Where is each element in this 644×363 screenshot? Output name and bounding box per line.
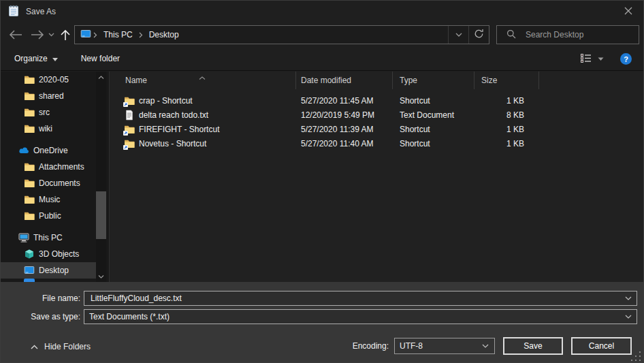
column-headers: Name Date modified Type Size	[110, 72, 643, 89]
desktop-icon	[24, 265, 35, 276]
file-name-label: File name:	[1, 294, 84, 303]
sidebar-item-documents[interactable]: Documents	[1, 175, 97, 191]
breadcrumb-desktop[interactable]: Desktop	[145, 30, 183, 40]
desktop-location-icon	[80, 29, 91, 42]
save-as-type-label: Save as type:	[1, 312, 84, 321]
search-box	[496, 25, 639, 44]
cancel-button[interactable]: Cancel	[571, 337, 632, 355]
file-type: Shortcut	[393, 136, 474, 151]
file-row[interactable]: FIREFIGHT - Shortcut 5/27/2020 11:39 AM …	[110, 122, 643, 136]
sidebar-item-label: Public	[39, 211, 61, 221]
sidebar-item-label: 2020-05	[39, 75, 69, 84]
encoding-select[interactable]: UTF-8	[394, 338, 495, 354]
file-type: Shortcut	[393, 93, 474, 108]
breadcrumb-this-pc[interactable]: This PC	[99, 30, 137, 40]
file-name: FIREFIGHT - Shortcut	[139, 125, 219, 134]
sort-ascending-icon	[199, 72, 206, 82]
window-title: Save As	[26, 7, 56, 16]
sidebar-item-music[interactable]: Music	[1, 191, 97, 208]
sidebar-item-shared[interactable]: shared	[1, 88, 97, 104]
file-date-modified: 5/27/2020 11:45 AM	[296, 93, 393, 108]
refresh-button[interactable]	[468, 26, 489, 44]
hide-folders-label: Hide Folders	[44, 342, 91, 351]
sidebar-item-label: 3D Objects	[39, 249, 79, 259]
file-name: delta reach todo.txt	[139, 110, 208, 120]
save-as-type-select[interactable]: Text Documents (*.txt)	[84, 309, 637, 324]
sidebar-scrollbar[interactable]	[96, 72, 106, 282]
sidebar-item-onedrive[interactable]: OneDrive	[1, 142, 97, 159]
sidebar-item-public[interactable]: Public	[1, 208, 97, 224]
address-bar[interactable]: This PC Desktop	[74, 25, 489, 44]
hide-folders-button[interactable]: Hide Folders	[31, 342, 91, 351]
save-button[interactable]: Save	[503, 337, 563, 355]
column-header-type[interactable]: Type	[393, 72, 474, 89]
command-toolbar: Organize New folder ?	[1, 47, 643, 71]
refresh-icon	[474, 29, 484, 41]
folder-tree: 2020-05 shared src wiki OneDrive Attachm…	[1, 72, 110, 282]
help-button[interactable]: ?	[620, 53, 632, 65]
dropdown-triangle-icon	[52, 54, 58, 63]
file-name-combo[interactable]	[84, 291, 637, 306]
folder-icon	[24, 107, 35, 118]
file-name-input[interactable]	[89, 293, 622, 304]
column-header-name[interactable]: Name	[110, 72, 296, 89]
sidebar-item-attachments[interactable]: Attachments	[1, 159, 97, 175]
folder-icon	[24, 74, 35, 85]
sidebar-item-label: Documents	[39, 178, 80, 188]
sidebar-item-label: Attachments	[39, 162, 84, 172]
navigation-bar: This PC Desktop	[1, 22, 643, 47]
sidebar-item-src[interactable]: src	[1, 104, 97, 121]
sidebar-item-this-pc[interactable]: This PC	[1, 230, 97, 246]
recent-locations-chevron[interactable]	[46, 22, 57, 47]
address-dropdown-chevron[interactable]	[448, 26, 468, 44]
forward-button[interactable]	[29, 22, 46, 47]
close-icon	[624, 7, 632, 17]
back-button[interactable]	[7, 22, 24, 47]
folder-icon	[24, 178, 35, 189]
organize-button[interactable]: Organize	[14, 54, 58, 63]
new-folder-label: New folder	[81, 54, 120, 63]
chevron-down-icon[interactable]	[625, 296, 632, 300]
chevron-down-icon[interactable]	[625, 315, 632, 319]
cloud-icon	[18, 145, 29, 156]
column-header-date-modified[interactable]: Date modified	[296, 72, 393, 89]
sidebar-item-2020-05[interactable]: 2020-05	[1, 72, 97, 88]
chevron-down-icon	[482, 344, 489, 348]
file-row[interactable]: crap - Shortcut 5/27/2020 11:45 AM Short…	[110, 93, 643, 108]
encoding-label: Encoding:	[353, 341, 389, 351]
file-row[interactable]: delta reach todo.txt 12/20/2019 5:49 PM …	[110, 108, 643, 122]
folder-icon	[24, 210, 35, 221]
scroll-down-icon[interactable]	[96, 272, 106, 281]
file-type: Shortcut	[393, 122, 474, 136]
scrollbar-thumb[interactable]	[96, 191, 106, 239]
sidebar-item-wiki[interactable]: wiki	[1, 121, 97, 137]
encoding-value: UTF-8	[400, 341, 423, 351]
file-size: 1 KB	[474, 93, 539, 108]
folder-icon	[24, 161, 35, 172]
file-size: 8 KB	[474, 108, 539, 122]
footer-bar: Hide Folders Encoding: UTF-8 Save Cancel	[1, 335, 643, 363]
column-header-size[interactable]: Size	[474, 72, 539, 89]
file-size: 1 KB	[474, 122, 539, 136]
resize-grip[interactable]	[639, 351, 641, 353]
sidebar-item-3d-objects[interactable]: 3D Objects	[1, 246, 97, 262]
notepad-icon	[7, 5, 20, 19]
sidebar-item-desktop[interactable]: Desktop	[1, 262, 97, 279]
scroll-up-icon[interactable]	[96, 72, 106, 82]
view-details-icon[interactable]	[581, 54, 592, 65]
file-type: Text Document	[393, 108, 474, 122]
close-button[interactable]	[613, 1, 643, 22]
breadcrumb-chevron-icon	[91, 32, 99, 38]
file-name: crap - Shortcut	[139, 96, 193, 106]
save-as-type-value: Text Documents (*.txt)	[89, 312, 170, 321]
search-input[interactable]	[524, 29, 639, 40]
folder-icon	[24, 123, 35, 134]
file-row[interactable]: Novetus - Shortcut 5/27/2020 11:40 AM Sh…	[110, 136, 643, 151]
title-bar: Save As	[1, 1, 643, 22]
sidebar-item-label: shared	[39, 91, 64, 101]
folder-shortcut-icon	[124, 138, 135, 149]
up-button[interactable]	[58, 22, 73, 47]
new-folder-button[interactable]: New folder	[81, 54, 120, 63]
view-options-chevron[interactable]	[598, 57, 604, 61]
file-size: 1 KB	[474, 136, 539, 151]
